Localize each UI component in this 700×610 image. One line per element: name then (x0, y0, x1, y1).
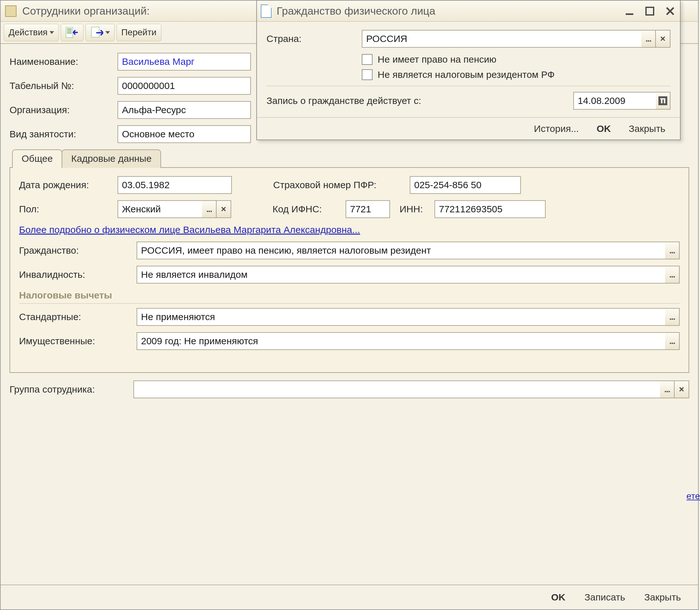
chevron-down-icon (105, 31, 110, 34)
close-icon (665, 6, 675, 16)
group-clear-button[interactable]: × (674, 381, 689, 398)
effective-date-picker-button[interactable] (656, 92, 670, 110)
prop-deduct-label: Имущественные: (19, 336, 137, 347)
ifns-input[interactable] (346, 200, 390, 218)
disability-input[interactable] (137, 266, 665, 284)
ellipsis-icon: ... (669, 270, 674, 280)
pfr-label: Страховой номер ПФР: (273, 180, 410, 190)
gender-lookup-button[interactable]: ... (202, 200, 217, 218)
group-input[interactable] (133, 381, 660, 398)
not-resident-checkbox[interactable] (362, 69, 372, 80)
modal-separator (266, 86, 670, 86)
effective-date-label: Запись о гражданстве действует с: (266, 95, 573, 106)
citizenship-input[interactable] (137, 242, 665, 259)
main-footer: OK Записать Закрыть (1, 584, 698, 609)
ellipsis-icon: ... (645, 34, 651, 44)
toolbar-button-1[interactable] (61, 24, 84, 41)
tab-no-label: Табельный №: (10, 80, 117, 91)
country-clear-button[interactable]: × (656, 30, 670, 48)
minimize-icon (625, 6, 634, 16)
modal-close-button[interactable]: Закрыть (620, 120, 673, 137)
ellipsis-icon: ... (206, 204, 212, 214)
modal-ok-button[interactable]: OK (588, 120, 619, 137)
org-label: Организация: (10, 105, 117, 115)
no-pension-checkbox[interactable] (362, 54, 372, 65)
actions-label: Действия (9, 27, 48, 37)
main-ok-button[interactable]: OK (543, 589, 573, 606)
svg-rect-5 (626, 13, 633, 15)
doc-arrow-icon (90, 26, 103, 39)
main-save-button[interactable]: Записать (576, 589, 633, 606)
tabstrip: Общее Кадровые данные (10, 149, 689, 168)
maximize-icon (645, 6, 654, 16)
ellipsis-icon: ... (669, 336, 674, 346)
ellipsis-icon: ... (664, 384, 669, 395)
inn-input[interactable] (434, 200, 546, 218)
close-window-button[interactable] (664, 5, 676, 17)
person-details-link[interactable]: Более подробно о физическом лице Василье… (19, 224, 360, 235)
citizenship-label: Гражданство: (19, 245, 137, 256)
country-input[interactable] (362, 30, 641, 48)
group-lookup-button[interactable]: ... (660, 381, 674, 398)
actions-dropdown[interactable]: Действия (4, 24, 59, 41)
ifns-label: Код ИФНС: (272, 204, 346, 214)
dob-input[interactable] (117, 176, 232, 194)
prop-deduct-input[interactable] (137, 332, 665, 350)
folder-icon (5, 5, 17, 17)
close-icon: × (679, 384, 684, 395)
group-label: Группа сотрудника: (10, 384, 133, 395)
calendar-icon (659, 96, 667, 105)
org-input[interactable] (117, 101, 251, 119)
close-icon: × (660, 34, 665, 44)
tab-hr[interactable]: Кадровые данные (62, 149, 161, 168)
inn-label: ИНН: (400, 204, 434, 214)
employment-label: Вид занятости: (10, 129, 117, 140)
close-icon: × (221, 204, 226, 214)
goto-label: Перейти (121, 27, 156, 37)
maximize-button[interactable] (644, 5, 656, 17)
no-pension-label: Не имеет право на пенсию (378, 54, 496, 65)
gender-clear-button[interactable]: × (217, 200, 231, 218)
effective-date-input[interactable] (573, 92, 656, 110)
employment-input[interactable] (117, 125, 251, 143)
main-close-button[interactable]: Закрыть (636, 589, 689, 606)
list-arrow-icon (65, 26, 79, 39)
chevron-down-icon (50, 31, 54, 34)
toolbar-button-2[interactable] (85, 24, 115, 41)
ellipsis-icon: ... (669, 245, 674, 256)
std-deduct-lookup-button[interactable]: ... (665, 308, 680, 326)
prop-deduct-lookup-button[interactable]: ... (665, 332, 680, 350)
disability-lookup-button[interactable]: ... (665, 266, 680, 284)
tab-no-input[interactable] (117, 77, 251, 95)
country-label: Страна: (266, 33, 362, 44)
svg-rect-1 (67, 29, 72, 30)
window-controls (623, 5, 676, 17)
modal-title: Гражданство физического лица (277, 5, 623, 17)
name-label: Наименование: (10, 56, 117, 67)
goto-button[interactable]: Перейти (117, 24, 161, 41)
svg-rect-3 (67, 32, 72, 33)
modal-history-button[interactable]: История... (526, 120, 587, 137)
modal-footer: История... OK Закрыть (257, 117, 680, 140)
svg-rect-6 (646, 7, 654, 15)
modal-body: Страна: ... × Не имеет право на пенсию Н… (257, 21, 680, 117)
disability-label: Инвалидность: (19, 269, 137, 280)
gender-label: Пол: (19, 204, 117, 214)
country-lookup-button[interactable]: ... (641, 30, 656, 48)
gender-input[interactable] (117, 200, 202, 218)
std-deduct-label: Стандартные: (19, 311, 137, 322)
std-deduct-input[interactable] (137, 308, 665, 326)
pfr-input[interactable] (410, 176, 521, 194)
tab-general[interactable]: Общее (12, 149, 62, 168)
name-input[interactable] (117, 53, 251, 70)
background-link-fragment[interactable]: ете (686, 491, 700, 501)
citizenship-lookup-button[interactable]: ... (665, 242, 680, 259)
dob-label: Дата рождения: (19, 180, 117, 190)
deductions-header: Налоговые вычеты (19, 290, 680, 304)
main-window-title: Сотрудники организаций: (22, 5, 150, 17)
modal-titlebar: Гражданство физического лица (257, 1, 680, 21)
ellipsis-icon: ... (669, 312, 674, 322)
minimize-button[interactable] (623, 5, 635, 17)
not-resident-label: Не является налоговым резидентом РФ (378, 69, 554, 80)
document-icon (261, 4, 271, 18)
